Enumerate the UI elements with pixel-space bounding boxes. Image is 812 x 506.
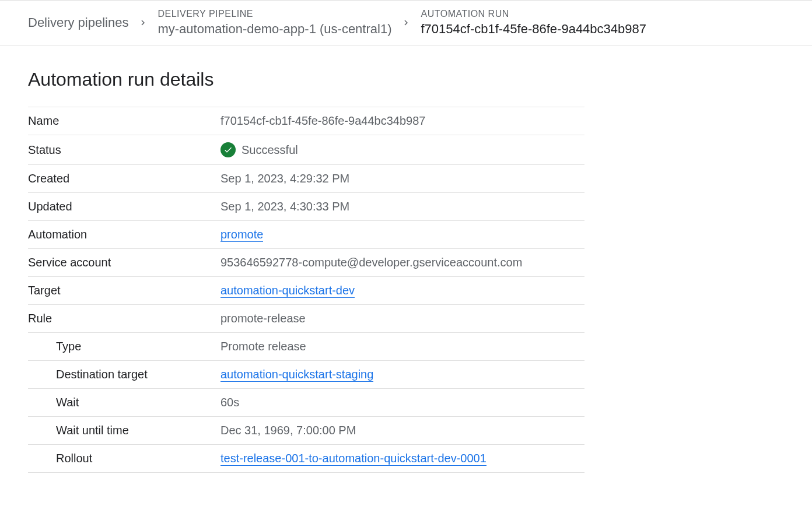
label-wait-until-time: Wait until time	[28, 417, 220, 445]
chevron-right-icon	[138, 17, 148, 28]
row-rollout: Rollout test-release-001-to-automation-q…	[28, 445, 584, 473]
label-target: Target	[28, 277, 220, 305]
breadcrumb-root-link[interactable]: Delivery pipelines	[28, 15, 128, 30]
value-created: Sep 1, 2023, 4:29:32 PM	[220, 165, 584, 193]
rollout-link[interactable]: test-release-001-to-automation-quickstar…	[220, 452, 487, 466]
breadcrumb-run-value: f70154cf-cb1f-45fe-86fe-9a44bc34b987	[421, 22, 646, 37]
success-check-icon	[220, 142, 236, 157]
label-rule: Rule	[28, 305, 220, 333]
target-link[interactable]: automation-quickstart-dev	[220, 284, 355, 298]
label-name: Name	[28, 107, 220, 135]
row-rule: Rule promote-release	[28, 305, 584, 333]
label-rollout: Rollout	[28, 445, 220, 473]
label-wait: Wait	[28, 389, 220, 417]
breadcrumb-pipeline[interactable]: DELIVERY PIPELINE my-automation-demo-app…	[158, 9, 391, 37]
label-destination-target: Destination target	[28, 361, 220, 389]
value-status: Successful	[220, 135, 584, 165]
breadcrumb-run-label: AUTOMATION RUN	[421, 9, 646, 19]
row-service-account: Service account 953646592778-compute@dev…	[28, 249, 584, 277]
value-target: automation-quickstart-dev	[220, 277, 584, 305]
row-status: Status Successful	[28, 135, 584, 165]
status-text: Successful	[242, 143, 298, 157]
destination-target-link[interactable]: automation-quickstart-staging	[220, 368, 373, 382]
label-type: Type	[28, 333, 220, 361]
row-target: Target automation-quickstart-dev	[28, 277, 584, 305]
row-wait: Wait 60s	[28, 389, 584, 417]
label-created: Created	[28, 165, 220, 193]
value-updated: Sep 1, 2023, 4:30:33 PM	[220, 193, 584, 221]
row-destination-target: Destination target automation-quickstart…	[28, 361, 584, 389]
row-name: Name f70154cf-cb1f-45fe-86fe-9a44bc34b98…	[28, 107, 584, 135]
value-rollout: test-release-001-to-automation-quickstar…	[220, 445, 584, 473]
value-destination-target: automation-quickstart-staging	[220, 361, 584, 389]
content-area: Automation run details Name f70154cf-cb1…	[0, 45, 612, 496]
label-updated: Updated	[28, 193, 220, 221]
automation-link[interactable]: promote	[220, 228, 263, 242]
value-automation: promote	[220, 221, 584, 249]
label-automation: Automation	[28, 221, 220, 249]
value-service-account: 953646592778-compute@developer.gservicea…	[220, 249, 584, 277]
value-name: f70154cf-cb1f-45fe-86fe-9a44bc34b987	[220, 107, 584, 135]
row-automation: Automation promote	[28, 221, 584, 249]
label-service-account: Service account	[28, 249, 220, 277]
breadcrumb-run: AUTOMATION RUN f70154cf-cb1f-45fe-86fe-9…	[421, 9, 646, 37]
row-created: Created Sep 1, 2023, 4:29:32 PM	[28, 165, 584, 193]
page-title: Automation run details	[28, 69, 584, 90]
breadcrumb-pipeline-label: DELIVERY PIPELINE	[158, 9, 391, 19]
value-wait-until-time: Dec 31, 1969, 7:00:00 PM	[220, 417, 584, 445]
label-status: Status	[28, 135, 220, 165]
row-updated: Updated Sep 1, 2023, 4:30:33 PM	[28, 193, 584, 221]
details-table: Name f70154cf-cb1f-45fe-86fe-9a44bc34b98…	[28, 107, 584, 473]
breadcrumb: Delivery pipelines DELIVERY PIPELINE my-…	[0, 0, 812, 45]
breadcrumb-pipeline-value: my-automation-demo-app-1 (us-central1)	[158, 22, 391, 37]
row-type: Type Promote release	[28, 333, 584, 361]
row-wait-until-time: Wait until time Dec 31, 1969, 7:00:00 PM	[28, 417, 584, 445]
chevron-right-icon	[401, 17, 411, 28]
value-wait: 60s	[220, 389, 584, 417]
value-type: Promote release	[220, 333, 584, 361]
value-rule: promote-release	[220, 305, 584, 333]
